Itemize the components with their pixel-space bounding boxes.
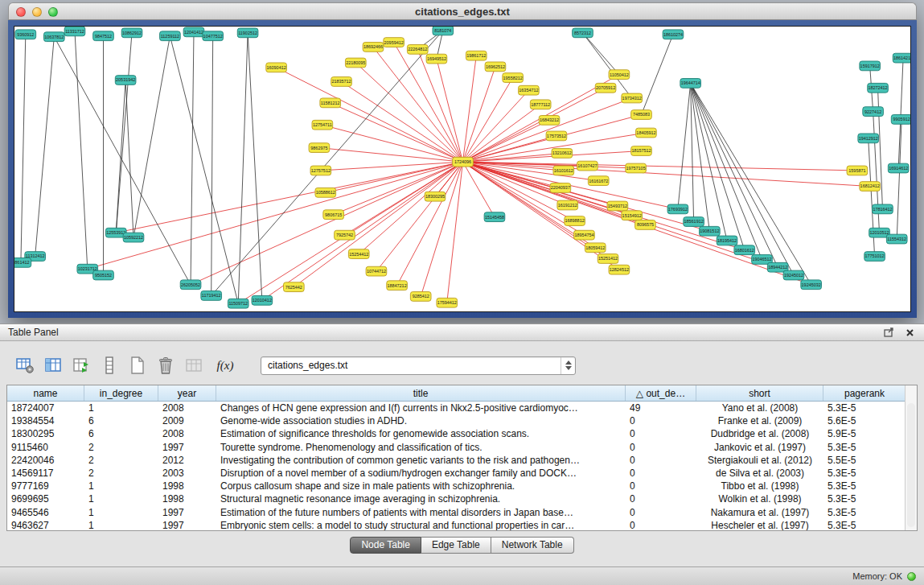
table-selector-dropdown[interactable]: citations_edges.txt [261, 356, 576, 375]
graph-node[interactable]: 18614212 [893, 53, 910, 63]
table-row[interactable]: 1830029562008Estimation of significance … [7, 427, 917, 440]
graph-node[interactable]: 1595871 [847, 166, 868, 175]
graph-node[interactable]: 16949512 [426, 54, 447, 64]
graph-node[interactable]: 21835712 [331, 77, 352, 87]
graph-node[interactable]: 15145458 [484, 212, 505, 222]
edit-columns-icon[interactable] [71, 355, 92, 376]
table-row[interactable]: 2242004622012Investigating the contribut… [7, 454, 917, 467]
graph-node[interactable]: 12010412 [252, 295, 273, 305]
graph-node[interactable]: 19757105 [626, 163, 647, 173]
graph-node[interactable]: 18195412 [717, 236, 737, 245]
table-scrollbar[interactable] [905, 385, 917, 530]
import-table-icon[interactable] [183, 355, 204, 376]
graph-node[interactable]: 22180095 [345, 58, 366, 68]
graph-node[interactable]: 20531942 [115, 76, 136, 85]
graph-node[interactable]: 16161672 [588, 176, 609, 186]
network-canvas[interactable]: 1724096186924662218009521835712115812121… [14, 26, 911, 312]
graph-node[interactable]: 9360912 [15, 30, 36, 39]
column-header[interactable]: short [696, 385, 823, 401]
graph-node[interactable]: 11050412 [609, 70, 630, 80]
graph-node[interactable]: 19644714 [680, 79, 701, 89]
graph-node[interactable]: 11554312 [886, 234, 907, 244]
graph-node[interactable]: 10744712 [366, 266, 387, 276]
graph-node[interactable]: 9905912 [891, 115, 910, 125]
graph-node[interactable]: 11509712 [228, 299, 248, 308]
graph-node[interactable]: 18405912 [636, 128, 657, 138]
graph-node[interactable]: 8572312 [573, 28, 593, 38]
table-row[interactable]: 946554611997Estimation of the future num… [7, 506, 917, 519]
delete-icon[interactable] [155, 355, 176, 376]
table-row[interactable]: 946362711997Embryonic stem cells: a mode… [7, 519, 917, 531]
graph-node[interactable]: 19245032 [801, 280, 822, 290]
zoom-window-button[interactable] [48, 7, 58, 17]
column-header[interactable]: year [158, 385, 216, 401]
new-file-icon[interactable] [127, 355, 148, 376]
graph-node[interactable]: 19412912 [858, 134, 879, 143]
graph-node[interactable]: 20959412 [384, 38, 405, 47]
graph-node[interactable]: 7925742 [335, 230, 355, 240]
graph-node[interactable]: 18300295 [425, 192, 446, 201]
graph-node[interactable]: 10588612 [315, 187, 336, 197]
graph-node[interactable]: 19081512 [700, 226, 721, 236]
graph-node[interactable]: 11331712 [64, 27, 85, 36]
table-row[interactable]: 1872400712008Changes of HCN gene express… [7, 402, 917, 414]
graph-node[interactable]: 19245012 [783, 270, 804, 280]
graph-node[interactable]: 8096575 [635, 220, 656, 230]
graph-node[interactable]: 16962512 [485, 62, 506, 72]
column-header[interactable]: pagerank [823, 385, 906, 401]
column-header[interactable]: name [7, 385, 84, 401]
column-header[interactable]: △ out_de… [626, 385, 696, 401]
graph-node[interactable]: 15917912 [860, 61, 881, 71]
graph-node[interactable]: 16090412 [266, 63, 287, 72]
graph-node[interactable]: 12824512 [609, 265, 630, 274]
table-row[interactable]: 1938455462009Genome-wide association stu… [7, 414, 917, 427]
graph-node[interactable]: 8181074 [433, 27, 454, 35]
graph-node[interactable]: 10637812 [44, 32, 65, 42]
graph-node[interactable]: 9505152 [93, 270, 114, 280]
graph-node[interactable]: 1724096 [453, 157, 474, 167]
graph-node[interactable]: 18610274 [663, 30, 684, 39]
graph-node[interactable]: 19558212 [503, 73, 524, 83]
graph-node[interactable]: 16843212 [539, 116, 560, 126]
graph-node[interactable]: 18272412 [868, 83, 889, 93]
graph-node[interactable]: 18692466 [363, 43, 384, 52]
graph-node[interactable]: 16801612 [734, 245, 755, 255]
graph-node[interactable]: 11581212 [320, 98, 341, 108]
row-options-icon[interactable] [99, 355, 120, 376]
tab-node-table[interactable]: Node Table [350, 537, 421, 554]
table-row[interactable]: 977716911998Corpus callosum shape and si… [7, 480, 917, 492]
graph-node[interactable]: 17594412 [437, 298, 458, 307]
table-row[interactable]: 911546021997Tourette syndrome. Phenomeno… [7, 441, 917, 454]
graph-node[interactable]: 16101612 [553, 166, 574, 175]
show-columns-icon[interactable] [43, 355, 64, 376]
graph-node[interactable]: 9862975 [309, 143, 330, 153]
graph-node[interactable]: 19861712 [466, 51, 487, 60]
graph-node[interactable]: 18777112 [530, 100, 551, 109]
minimize-window-button[interactable] [32, 7, 42, 17]
graph-node[interactable]: 16107427 [577, 161, 598, 171]
graph-node[interactable]: 9861412 [14, 258, 31, 268]
graph-node[interactable]: 10862912 [121, 28, 142, 38]
table-row[interactable]: 1456911722003Disruption of a novel membe… [7, 467, 917, 480]
graph-node[interactable]: 13210612 [552, 149, 573, 159]
graph-node[interactable]: 15493712 [607, 201, 628, 211]
graph-node[interactable]: 16191212 [557, 200, 578, 210]
graph-node[interactable]: 12757512 [310, 166, 331, 175]
graph-node[interactable]: 9285412 [410, 292, 431, 302]
tab-edge-table[interactable]: Edge Table [421, 537, 491, 554]
column-header[interactable]: in_degree [84, 385, 158, 401]
graph-node[interactable]: 15154912 [622, 211, 643, 220]
graph-node[interactable]: 17816412 [873, 204, 893, 214]
graph-node[interactable]: 18059412 [585, 243, 606, 253]
graph-node[interactable]: 7625442 [283, 282, 304, 292]
graph-node[interactable]: 15254412 [348, 249, 369, 259]
graph-node[interactable]: 22264812 [407, 44, 428, 54]
table-options-icon[interactable] [14, 355, 35, 376]
graph-node[interactable]: 20705912 [595, 83, 616, 93]
graph-node[interactable]: 10592212 [123, 233, 144, 242]
close-window-button[interactable] [16, 7, 26, 17]
network-graph[interactable]: 1724096186924662218009521835712115812121… [14, 27, 910, 311]
graph-node[interactable]: 9806715 [323, 210, 344, 220]
graph-node[interactable]: 18157512 [631, 146, 652, 156]
graph-node[interactable]: 12041412 [183, 27, 204, 37]
